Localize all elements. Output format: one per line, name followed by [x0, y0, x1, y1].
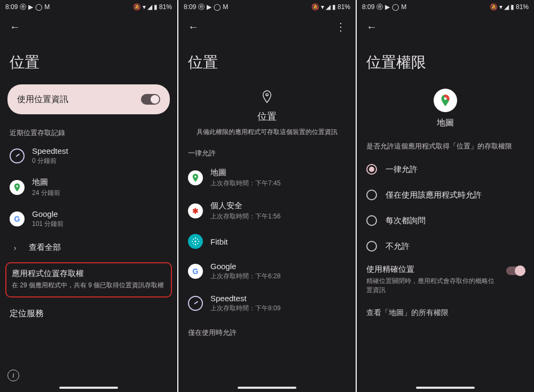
app-sub: 101 分鐘前 — [32, 219, 64, 229]
perm-title: 應用程式位置存取權 — [12, 269, 166, 279]
app-sub: 24 分鐘前 — [32, 189, 60, 198]
svg-point-5 — [195, 244, 197, 246]
svg-point-9 — [197, 239, 198, 240]
category-always-allow: 一律允許 — [178, 140, 356, 161]
see-all-permissions[interactable]: 查看「地圖」的所有權限 — [357, 299, 534, 327]
svg-point-6 — [192, 241, 193, 242]
svg-point-11 — [197, 243, 198, 244]
dnd-icon: 🔕 — [490, 4, 498, 10]
status-app-icon: ◯ — [214, 4, 221, 10]
back-button[interactable]: ← — [185, 18, 202, 35]
svg-point-1 — [266, 93, 268, 96]
radio-always-allow[interactable]: 一律允許 — [357, 156, 534, 182]
speedtest-icon — [10, 148, 25, 163]
app-row-google[interactable]: G Google 上次存取時間：下午6:28 — [178, 255, 356, 287]
status-bar: 8:09 ⓔ ▶ ◯ M 🔕 ▾ ◢ ▮ 81% — [0, 0, 177, 14]
app-row-safety[interactable]: ✱ 個人安全 上次存取時間：下午1:56 — [178, 194, 356, 228]
precise-title: 使用精確位置 — [366, 264, 500, 275]
use-location-toggle-row[interactable]: 使用位置資訊 — [7, 84, 170, 114]
page-title: 位置 — [0, 40, 177, 84]
google-icon: G — [10, 211, 25, 226]
radio-deny[interactable]: 不允許 — [357, 233, 534, 259]
radio-ask-every-time[interactable]: 每次都詢問 — [357, 208, 534, 233]
nav-pill[interactable] — [59, 387, 118, 389]
svg-point-8 — [193, 239, 194, 240]
precise-sub: 精確位置關閉時，應用程式會存取你的概略位置資訊 — [366, 277, 500, 295]
app-name: Speedtest — [32, 146, 68, 155]
svg-point-7 — [198, 241, 199, 242]
screenshot-2: 8:09 ⓔ ▶ ◯ M 🔕 ▾ ◢ ▮ 81% ← ⋮ 位置 位置 具備此權限… — [178, 0, 356, 392]
google-icon: G — [188, 264, 203, 279]
app-sub: 上次存取時間：下午8:09 — [210, 304, 280, 313]
screenshot-1: 8:09 ⓔ ▶ ◯ M 🔕 ▾ ◢ ▮ 81% ← 位置 使用位置資訊 近期位… — [0, 0, 177, 392]
nav-pill[interactable] — [416, 387, 475, 389]
safety-icon: ✱ — [188, 203, 203, 218]
recent-app-google[interactable]: G Google 101 分鐘前 — [0, 205, 177, 236]
permission-heading: 位置 — [190, 110, 344, 123]
radio-label: 不允許 — [386, 241, 410, 252]
app-row-fitbit[interactable]: Fitbit — [178, 228, 356, 255]
recent-app-maps[interactable]: 地圖 24 分鐘前 — [0, 173, 177, 205]
app-sub: 上次存取時間：下午7:45 — [210, 179, 280, 188]
signal-icon: ◢ — [326, 4, 331, 10]
page-title: 位置 — [178, 40, 356, 84]
app-name: Google — [210, 262, 280, 271]
nav-pill[interactable] — [238, 387, 296, 389]
radio-label: 一律允許 — [386, 164, 418, 175]
app-name: Speedtest — [210, 294, 280, 303]
status-battery: 81% — [516, 3, 529, 11]
status-app-icon: M — [223, 4, 228, 10]
status-app-icon: ▶ — [28, 4, 33, 10]
svg-point-10 — [193, 243, 194, 244]
back-button[interactable]: ← — [6, 18, 23, 35]
maps-icon — [188, 170, 203, 185]
app-sub: 上次存取時間：下午1:56 — [210, 212, 280, 221]
more-button[interactable]: ⋮ — [332, 18, 349, 35]
precise-location-switch[interactable] — [506, 266, 524, 275]
battery-icon: ▮ — [332, 4, 336, 10]
info-icon[interactable]: i — [7, 370, 19, 381]
radio-icon — [366, 215, 377, 226]
dnd-icon: 🔕 — [133, 4, 141, 10]
battery-icon: ▮ — [154, 4, 158, 10]
location-pin-icon — [190, 90, 344, 107]
status-time: 8:09 — [5, 3, 18, 11]
svg-point-2 — [194, 176, 196, 177]
page-title: 位置權限 — [357, 40, 534, 84]
recent-app-speedtest[interactable]: Speedtest 0 分鐘前 — [0, 142, 177, 173]
back-button[interactable]: ← — [363, 18, 380, 35]
status-app-icon: ▶ — [385, 4, 390, 10]
screenshot-3: 8:09 ⓔ ▶ ◯ M 🔕 ▾ ◢ ▮ 81% ← 位置權限 地圖 是否允許這… — [357, 0, 534, 392]
svg-point-0 — [16, 185, 18, 187]
radio-while-using[interactable]: 僅在使用該應用程式時允許 — [357, 182, 534, 208]
app-location-permission-item[interactable]: 應用程式位置存取權 在 29 個應用程式中，共有 9 個已取得位置資訊存取權 — [5, 262, 172, 297]
permission-desc: 具備此權限的應用程式可存取這個裝置的位置資訊 — [190, 127, 344, 137]
top-bar: ← — [357, 14, 534, 40]
radio-label: 每次都詢問 — [386, 216, 426, 226]
svg-point-4 — [194, 240, 196, 242]
app-row-speedtest[interactable]: Speedtest 上次存取時間：下午8:09 — [178, 287, 356, 319]
app-name: 地圖 — [357, 117, 534, 129]
svg-point-3 — [195, 238, 197, 239]
signal-icon: ◢ — [504, 4, 509, 10]
radio-selected-icon — [366, 164, 377, 175]
app-row-maps[interactable]: 地圖 上次存取時間：下午7:45 — [178, 161, 356, 194]
speedtest-icon — [188, 296, 203, 311]
permission-prompt: 是否允許這個應用程式取得「位置」的存取權限 — [357, 138, 534, 156]
maps-app-icon — [434, 89, 457, 112]
fitbit-icon — [188, 234, 203, 249]
status-app-icon: ◯ — [392, 4, 399, 10]
location-services-item[interactable]: 定位服務 — [0, 301, 177, 327]
see-all-label: 查看全部 — [29, 242, 61, 253]
use-location-switch[interactable] — [141, 94, 160, 105]
top-bar: ← — [0, 14, 177, 40]
precise-location-row[interactable]: 使用精確位置 精確位置關閉時，應用程式會存取你的概略位置資訊 — [357, 259, 534, 299]
status-time: 8:09 — [184, 3, 196, 11]
app-name: 地圖 — [210, 168, 280, 178]
status-time: 8:09 — [362, 3, 374, 11]
see-all-row[interactable]: › 查看全部 — [0, 236, 177, 260]
status-bar: 8:09 ⓔ ▶ ◯ M 🔕 ▾ ◢ ▮ 81% — [357, 0, 534, 14]
radio-label: 僅在使用該應用程式時允許 — [386, 190, 482, 200]
app-sub: 0 分鐘前 — [32, 156, 68, 166]
radio-icon — [366, 241, 377, 252]
